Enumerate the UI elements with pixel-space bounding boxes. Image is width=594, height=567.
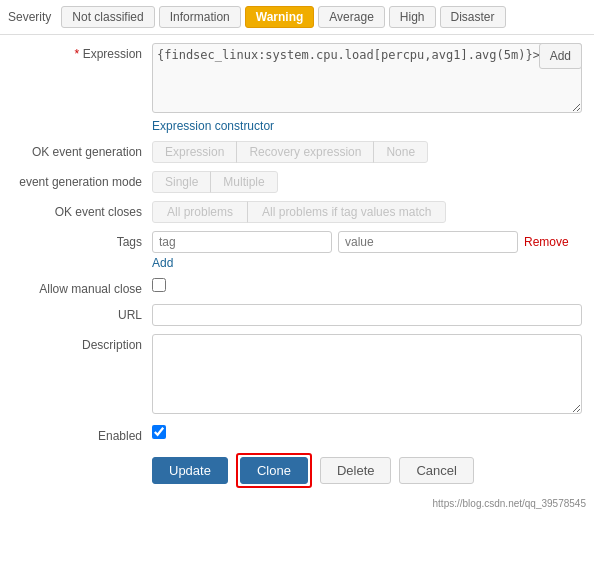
mode-single-btn[interactable]: Single	[152, 171, 211, 193]
watermark: https://blog.csdn.net/qq_39578545	[0, 496, 594, 513]
url-label: URL	[12, 304, 152, 322]
ok-event-closes-row: OK event closes All problems All problem…	[12, 201, 582, 223]
enabled-label: Enabled	[12, 425, 152, 443]
delete-button[interactable]: Delete	[320, 457, 392, 484]
ok-event-closes-group: All problems All problems if tag values …	[152, 201, 582, 223]
severity-bar: Severity Not classified Information Warn…	[0, 0, 594, 35]
ok-event-closes-label: OK event closes	[12, 201, 152, 219]
event-generation-mode-content: Single Multiple	[152, 171, 582, 193]
expression-area-wrap: {findsec_linux:system.cpu.load[percpu,av…	[152, 43, 582, 116]
event-generation-mode-label: event generation mode	[12, 171, 152, 189]
tags-input-row: Remove	[152, 231, 582, 253]
ok-event-closes-content: All problems All problems if tag values …	[152, 201, 582, 223]
closes-tag-values-btn[interactable]: All problems if tag values match	[247, 201, 446, 223]
allow-manual-close-checkbox[interactable]	[152, 278, 166, 292]
sev-high[interactable]: High	[389, 6, 436, 28]
enabled-checkbox[interactable]	[152, 425, 166, 439]
ok-event-generation-group: Expression Recovery expression None	[152, 141, 582, 163]
description-row: Description	[12, 334, 582, 417]
allow-manual-close-label: Allow manual close	[12, 278, 152, 296]
sev-average[interactable]: Average	[318, 6, 384, 28]
sev-disaster[interactable]: Disaster	[440, 6, 506, 28]
ok-event-recovery-btn[interactable]: Recovery expression	[236, 141, 374, 163]
description-content	[152, 334, 582, 417]
tags-add-link[interactable]: Add	[152, 256, 582, 270]
expression-wrapper: {findsec_linux:system.cpu.load[percpu,av…	[152, 43, 582, 116]
cancel-button[interactable]: Cancel	[399, 457, 473, 484]
bottom-actions: Update Clone Delete Cancel	[12, 453, 582, 488]
ok-event-generation-label: OK event generation	[12, 141, 152, 159]
allow-manual-close-row: Allow manual close	[12, 278, 582, 296]
mode-multiple-btn[interactable]: Multiple	[210, 171, 277, 193]
enabled-content	[152, 425, 582, 442]
expression-constructor-link[interactable]: Expression constructor	[152, 119, 582, 133]
ok-event-generation-content: Expression Recovery expression None	[152, 141, 582, 163]
url-row: URL	[12, 304, 582, 326]
tags-remove-link[interactable]: Remove	[524, 235, 569, 249]
expression-row: Expression {findsec_linux:system.cpu.loa…	[12, 43, 582, 133]
url-content	[152, 304, 582, 326]
expression-textarea[interactable]: {findsec_linux:system.cpu.load[percpu,av…	[152, 43, 582, 113]
event-generation-mode-row: event generation mode Single Multiple	[12, 171, 582, 193]
tags-label: Tags	[12, 231, 152, 249]
tags-row-container: Tags Remove Add	[12, 231, 582, 270]
description-label: Description	[12, 334, 152, 352]
update-button[interactable]: Update	[152, 457, 228, 484]
enabled-row: Enabled	[12, 425, 582, 443]
allow-manual-close-content	[152, 278, 582, 295]
ok-event-expression-btn[interactable]: Expression	[152, 141, 237, 163]
tag-name-input[interactable]	[152, 231, 332, 253]
ok-event-generation-row: OK event generation Expression Recovery …	[12, 141, 582, 163]
expression-add-button[interactable]: Add	[539, 43, 582, 69]
ok-event-none-btn[interactable]: None	[373, 141, 428, 163]
closes-all-problems-btn[interactable]: All problems	[152, 201, 248, 223]
severity-label: Severity	[8, 10, 51, 24]
event-generation-mode-group: Single Multiple	[152, 171, 582, 193]
sev-warning[interactable]: Warning	[245, 6, 315, 28]
expression-content: {findsec_linux:system.cpu.load[percpu,av…	[152, 43, 582, 133]
form-body: Expression {findsec_linux:system.cpu.loa…	[0, 35, 594, 496]
clone-highlight-box: Clone	[236, 453, 312, 488]
sev-not-classified[interactable]: Not classified	[61, 6, 154, 28]
tags-content: Remove Add	[152, 231, 582, 270]
url-input[interactable]	[152, 304, 582, 326]
tag-value-input[interactable]	[338, 231, 518, 253]
clone-button[interactable]: Clone	[240, 457, 308, 484]
expression-label: Expression	[12, 43, 152, 61]
description-textarea[interactable]	[152, 334, 582, 414]
sev-information[interactable]: Information	[159, 6, 241, 28]
